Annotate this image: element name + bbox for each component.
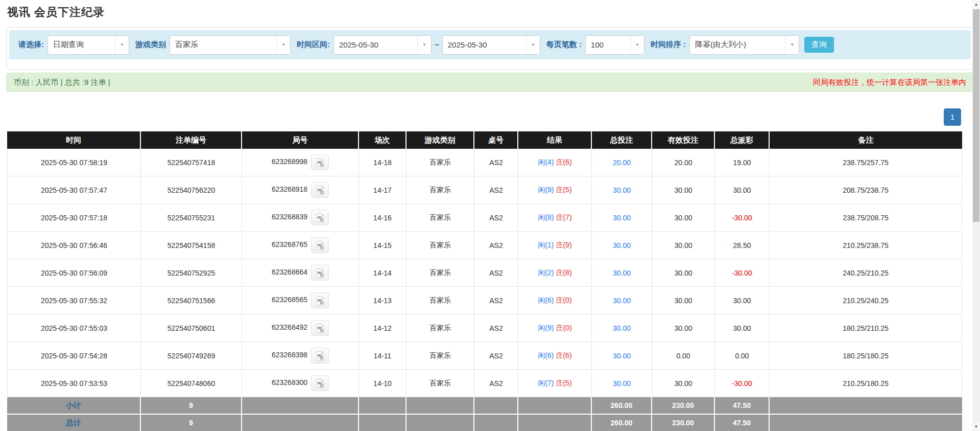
video-record-button[interactable] xyxy=(311,237,329,253)
cell-session: 14-16 xyxy=(359,204,407,232)
filter-bar: 请选择: 日期查询 游戏类别 百家乐 时间区间: 2025-05-30 ~ 20… xyxy=(9,30,971,59)
result-banker: 庄(6) xyxy=(556,351,571,359)
cell-time: 2025-05-30 07:57:47 xyxy=(7,176,141,204)
column-header: 有效投注 xyxy=(652,131,715,149)
video-record-button[interactable] xyxy=(311,265,329,281)
cell-valid-bet: 30.00 xyxy=(652,314,715,342)
scroll-up-icon[interactable] xyxy=(972,0,980,9)
cell-remark: 238.75/208.75 xyxy=(770,204,962,232)
cell-result: 闲(6) 庄(0) xyxy=(518,287,592,314)
currency-total-text: 币别 : 人民币 | 总共 :9 注单 | xyxy=(14,78,110,87)
total-bet-link[interactable]: 30.00 xyxy=(613,352,631,360)
summary-total-payout: 47.50 xyxy=(715,415,770,431)
date-from-select[interactable]: 2025-05-30 xyxy=(333,35,432,55)
scrollbar-thumb[interactable] xyxy=(973,9,979,222)
search-button[interactable]: 查询 xyxy=(804,37,834,53)
summary-empty-cell xyxy=(474,397,518,415)
game-category-select[interactable]: 百家乐 xyxy=(170,35,291,55)
cell-table-number: AS2 xyxy=(474,314,518,342)
video-record-button[interactable] xyxy=(311,154,329,170)
cell-table-number: AS2 xyxy=(474,176,518,204)
cell-order-number: 522540749269 xyxy=(141,342,242,370)
video-record-button[interactable] xyxy=(311,348,329,364)
table-row: 2025-05-30 07:56:46 522540754158 6232687… xyxy=(7,232,962,259)
table-row: 2025-05-30 07:57:18 522540755231 6232688… xyxy=(7,204,962,232)
total-bet-link[interactable]: 30.00 xyxy=(613,297,631,305)
chevron-down-icon[interactable] xyxy=(276,36,290,54)
video-record-icon xyxy=(315,378,325,389)
time-range-label: 时间区间: xyxy=(297,40,330,50)
filter-panel: 请选择: 日期查询 游戏类别 百家乐 时间区间: 2025-05-30 ~ 20… xyxy=(6,27,974,70)
cell-remark: 210.25/180.25 xyxy=(770,370,962,397)
scroll-down-icon[interactable] xyxy=(972,422,980,431)
cell-time: 2025-05-30 07:53:53 xyxy=(7,370,141,397)
result-player: 闲(9) xyxy=(538,186,554,194)
column-header: 注单编号 xyxy=(141,131,242,149)
video-record-icon xyxy=(315,268,325,278)
round-number: 623268565 xyxy=(272,296,307,304)
video-record-icon xyxy=(315,351,325,361)
result-banker: 庄(9) xyxy=(556,241,571,249)
chevron-down-icon[interactable] xyxy=(526,36,540,54)
result-banker: 庄(0) xyxy=(556,324,571,332)
cell-order-number: 522540756220 xyxy=(141,176,242,204)
total-bet-link[interactable]: 20.00 xyxy=(613,158,631,167)
page-size-select[interactable]: 100 xyxy=(585,35,644,55)
video-record-button[interactable] xyxy=(311,375,329,391)
table-header-row: 时间注单编号局号场次游戏类别桌号结果总投注有效投注总派彩备注 xyxy=(7,131,962,149)
cell-result: 闲(8) 庄(7) xyxy=(518,204,592,232)
page-size-value: 100 xyxy=(586,36,630,54)
cell-game-category: 百家乐 xyxy=(407,314,474,342)
date-range-tilde: ~ xyxy=(435,40,439,49)
video-record-button[interactable] xyxy=(311,210,329,225)
total-bet-link[interactable]: 30.00 xyxy=(613,241,631,249)
cell-total-bet: 20.00 xyxy=(592,149,652,176)
cell-total-payout: -30.00 xyxy=(715,204,770,232)
total-bet-link[interactable]: 30.00 xyxy=(613,379,631,388)
cell-game-category: 百家乐 xyxy=(407,204,474,232)
chevron-down-icon[interactable] xyxy=(630,36,644,54)
total-bet-link[interactable]: 30.00 xyxy=(613,269,631,277)
time-sort-select[interactable]: 降幂(由大到小) xyxy=(689,35,799,55)
table-row: 2025-05-30 07:55:32 522540751566 6232685… xyxy=(7,287,962,314)
column-header: 备注 xyxy=(770,131,962,149)
cell-session: 14-11 xyxy=(359,342,407,370)
cell-game-category: 百家乐 xyxy=(407,342,474,370)
cell-total-payout: 19.00 xyxy=(715,149,770,176)
cell-game-category: 百家乐 xyxy=(407,287,474,314)
query-type-select[interactable]: 日期查询 xyxy=(47,35,129,55)
summary-empty-cell xyxy=(518,397,592,415)
summary-empty-cell xyxy=(359,415,407,431)
cell-total-payout: 30.00 xyxy=(715,176,770,204)
cell-round-number: 623268300 xyxy=(242,370,359,397)
cell-total-bet: 30.00 xyxy=(592,370,652,397)
total-bet-link[interactable]: 30.00 xyxy=(613,324,631,332)
cell-round-number: 623268398 xyxy=(242,342,359,370)
result-banker: 庄(8) xyxy=(556,268,571,277)
chevron-down-icon[interactable] xyxy=(115,36,129,54)
chevron-down-icon[interactable] xyxy=(417,36,431,54)
cell-time: 2025-05-30 07:55:32 xyxy=(7,287,141,314)
game-category-label: 游戏类别 xyxy=(135,40,166,50)
table-row: 2025-05-30 07:56:09 522540752925 6232686… xyxy=(7,259,962,287)
cell-result: 闲(6) 庄(6) xyxy=(518,342,592,370)
cell-game-category: 百家乐 xyxy=(407,232,474,259)
chevron-down-icon[interactable] xyxy=(785,36,799,54)
vertical-scrollbar[interactable] xyxy=(972,0,980,431)
cell-order-number: 522540748060 xyxy=(141,370,242,397)
cell-total-payout: -30.00 xyxy=(715,259,770,287)
total-bet-link[interactable]: 30.00 xyxy=(613,214,631,222)
table-row: 2025-05-30 07:58:19 522540757418 6232689… xyxy=(7,149,962,176)
video-record-button[interactable] xyxy=(311,292,329,308)
video-record-button[interactable] xyxy=(311,320,329,336)
cell-order-number: 522540752925 xyxy=(141,259,242,287)
video-record-button[interactable] xyxy=(311,182,329,198)
date-to-select[interactable]: 2025-05-30 xyxy=(442,35,540,55)
result-banker: 庄(6) xyxy=(556,158,571,166)
round-number: 623268664 xyxy=(272,268,307,276)
video-record-icon xyxy=(315,185,325,195)
total-bet-link[interactable]: 30.00 xyxy=(613,186,631,194)
result-banker: 庄(0) xyxy=(556,296,571,304)
page-1-button[interactable]: 1 xyxy=(944,108,961,126)
pagination: 1 xyxy=(0,108,961,126)
